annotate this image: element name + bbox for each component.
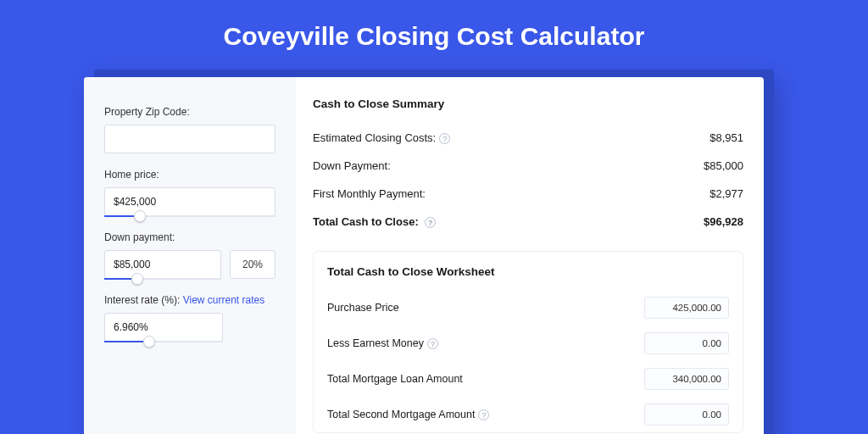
home-price-slider[interactable]: [104, 187, 275, 216]
summary-row: First Monthly Payment:$2,977: [313, 180, 743, 208]
summary-total-value: $96,928: [704, 215, 743, 228]
help-icon[interactable]: ?: [478, 409, 489, 420]
down-payment-label: Down payment:: [104, 231, 275, 243]
summary-row-value: $8,951: [709, 131, 743, 144]
worksheet-row: Purchase Price: [327, 290, 729, 326]
home-price-input[interactable]: [104, 187, 275, 216]
slider-thumb[interactable]: [131, 273, 143, 285]
summary-title: Cash to Close Summary: [313, 97, 743, 110]
summary-row-label: Down Payment:: [313, 159, 391, 172]
interest-rate-label-text: Interest rate (%):: [104, 294, 183, 306]
interest-rate-field: Interest rate (%): View current rates: [104, 294, 275, 342]
slider-track: [104, 341, 223, 342]
down-payment-percent[interactable]: 20%: [230, 250, 275, 279]
worksheet-row-label: Total Second Mortgage Amount: [327, 409, 475, 420]
zip-label: Property Zip Code:: [104, 106, 275, 118]
interest-rate-input[interactable]: [104, 313, 223, 342]
page-title: Coveyville Closing Cost Calculator: [0, 0, 868, 70]
worksheet-row-value[interactable]: [644, 368, 729, 390]
worksheet-row: Less Earnest Money?: [327, 326, 729, 361]
interest-rate-slider[interactable]: [104, 313, 223, 342]
worksheet-title: Total Cash to Close Worksheet: [327, 265, 729, 278]
summary-total-label: Total Cash to Close:: [313, 215, 419, 228]
summary-row-value: $85,000: [704, 159, 743, 172]
worksheet-row-label: Total Mortgage Loan Amount: [327, 373, 463, 385]
calculator-card: Property Zip Code: Home price: Down paym…: [84, 77, 764, 434]
summary-rows: Estimated Closing Costs:?$8,951Down Paym…: [313, 124, 743, 208]
worksheet-row-value[interactable]: [644, 403, 729, 426]
calculator-card-backdrop: Property Zip Code: Home price: Down paym…: [94, 70, 774, 434]
inputs-panel: Property Zip Code: Home price: Down paym…: [84, 77, 296, 434]
home-price-label: Home price:: [104, 169, 275, 181]
zip-field: Property Zip Code:: [104, 106, 275, 153]
summary-row: Estimated Closing Costs:?$8,951: [313, 124, 743, 152]
summary-total-row: Total Cash to Close: ? $96,928: [313, 208, 743, 236]
slider-track: [104, 215, 275, 217]
help-icon[interactable]: ?: [425, 217, 436, 228]
help-icon[interactable]: ?: [439, 133, 450, 144]
down-payment-input[interactable]: [104, 250, 221, 279]
worksheet-row-label: Less Earnest Money: [327, 337, 424, 349]
worksheet-row-value[interactable]: [644, 332, 729, 354]
summary-row-label: First Monthly Payment:: [313, 187, 426, 200]
worksheet-card: Total Cash to Close Worksheet Purchase P…: [313, 251, 743, 433]
worksheet-row: Total Mortgage Loan Amount: [327, 361, 729, 397]
summary-row-value: $2,977: [709, 187, 743, 200]
home-price-field: Home price:: [104, 169, 275, 216]
slider-track: [104, 278, 221, 280]
results-panel: Cash to Close Summary Estimated Closing …: [296, 77, 764, 434]
zip-input[interactable]: [104, 125, 275, 153]
help-icon[interactable]: ?: [427, 338, 438, 349]
worksheet-row-label: Purchase Price: [327, 302, 399, 314]
worksheet-row-value[interactable]: [644, 297, 729, 319]
summary-row-label: Estimated Closing Costs:: [313, 131, 436, 144]
worksheet-row: Total Second Mortgage Amount?: [327, 397, 729, 432]
down-payment-field: Down payment: 20%: [104, 231, 275, 279]
worksheet-rows: Purchase PriceLess Earnest Money?Total M…: [327, 290, 729, 432]
slider-thumb[interactable]: [134, 210, 146, 222]
interest-rate-label: Interest rate (%): View current rates: [104, 294, 275, 306]
down-payment-slider[interactable]: [104, 250, 221, 279]
summary-row: Down Payment:$85,000: [313, 152, 743, 180]
view-rates-link[interactable]: View current rates: [183, 294, 265, 306]
slider-thumb[interactable]: [143, 336, 155, 348]
